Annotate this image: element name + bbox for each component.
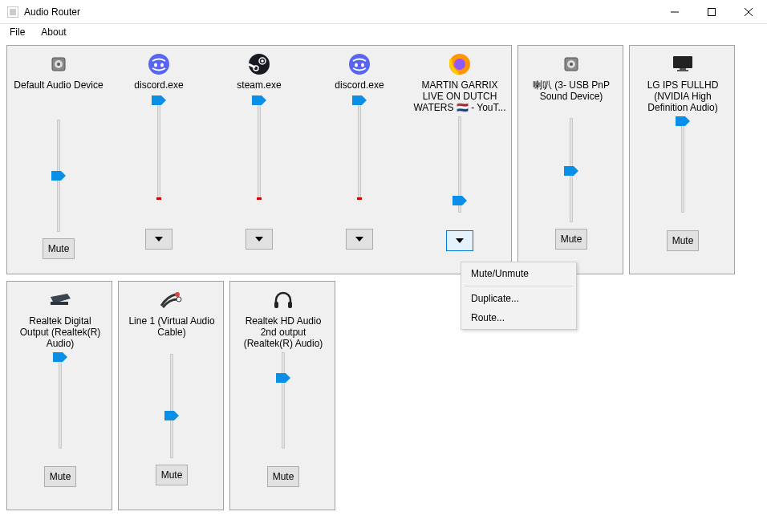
panel-apps: Default Audio Device Mute discord.exe xyxy=(6,45,512,274)
maximize-button[interactable] xyxy=(693,0,730,23)
mute-button[interactable]: Mute xyxy=(555,229,588,250)
app-steam: steam.exe xyxy=(209,51,309,250)
mute-button[interactable]: Mute xyxy=(43,238,75,259)
window-controls xyxy=(656,0,767,23)
app-label: MARTIN GARRIX LIVE ON DUTCH WATERS 🇳🇱 - … xyxy=(413,79,506,113)
app-label: discord.exe xyxy=(313,79,406,91)
device-lg-monitor: LG IPS FULLHD(NVIDIA HighDefinition Audi… xyxy=(633,51,733,251)
device-virtual-cable: Line 1 (Virtual AudioCable) Mute xyxy=(122,286,221,485)
menu-route[interactable]: Route... xyxy=(463,308,574,327)
svg-point-12 xyxy=(249,54,270,75)
headphones-icon xyxy=(233,286,333,314)
device-label: Line 1 (Virtual AudioCable) xyxy=(125,315,218,338)
svg-point-14 xyxy=(261,59,264,63)
route-dropdown[interactable] xyxy=(346,229,373,250)
svg-point-10 xyxy=(154,63,157,67)
app-firefox: MARTIN GARRIX LIVE ON DUTCH WATERS 🇳🇱 - … xyxy=(410,51,509,251)
device-usb-pnp: 喇叭 (3- USB PnPSound Device) Mute xyxy=(521,51,621,250)
route-dropdown[interactable] xyxy=(446,230,473,251)
device-label: LG IPS FULLHD(NVIDIA HighDefinition Audi… xyxy=(636,79,729,113)
app-label: steam.exe xyxy=(213,79,306,91)
panel-usb: 喇叭 (3- USB PnPSound Device) Mute xyxy=(517,45,623,274)
slider-thumb[interactable] xyxy=(452,196,467,205)
panel-realtek-digital: Realtek DigitalOutput (Realtek(R)Audio) … xyxy=(6,281,112,510)
mute-button[interactable]: Mute xyxy=(156,465,189,485)
svg-point-20 xyxy=(454,59,465,70)
panel-virtual-cable: Line 1 (Virtual AudioCable) Mute xyxy=(118,281,224,510)
peak-indicator xyxy=(257,197,262,200)
panel-realtek-2nd: Realtek HD Audio2nd output(Realtek(R) Au… xyxy=(229,281,335,510)
slider-thumb[interactable] xyxy=(564,166,578,176)
menu-file[interactable]: File xyxy=(5,25,30,39)
speaker-icon xyxy=(9,51,108,78)
slider-thumb[interactable] xyxy=(152,95,166,105)
menu-separator xyxy=(465,286,573,286)
slider-thumb[interactable] xyxy=(164,411,179,420)
svg-point-8 xyxy=(57,63,60,66)
svg-rect-3 xyxy=(708,8,716,15)
cable-icon xyxy=(122,286,221,314)
svg-point-28 xyxy=(175,292,180,297)
volume-slider[interactable] xyxy=(351,95,367,200)
mute-button[interactable]: Mute xyxy=(44,466,77,487)
device-realtek-digital: Realtek DigitalOutput (Realtek(R)Audio) … xyxy=(10,286,110,487)
slider-thumb[interactable] xyxy=(252,95,266,105)
close-button[interactable] xyxy=(730,0,767,23)
menu-about[interactable]: About xyxy=(36,25,71,39)
svg-point-29 xyxy=(177,297,181,302)
svg-rect-1 xyxy=(10,9,16,15)
titlebar: Audio Router xyxy=(0,0,767,24)
svg-point-16 xyxy=(349,54,370,75)
volume-slider[interactable] xyxy=(563,118,579,222)
volume-slider[interactable] xyxy=(51,120,67,232)
minimize-button[interactable] xyxy=(656,0,693,23)
window-title: Audio Router xyxy=(24,6,656,18)
volume-slider[interactable] xyxy=(452,116,468,213)
panel-lg: LG IPS FULLHD(NVIDIA HighDefinition Audi… xyxy=(629,45,735,274)
route-dropdown[interactable] xyxy=(246,229,273,250)
slider-thumb[interactable] xyxy=(676,116,690,126)
steam-icon xyxy=(209,51,309,78)
volume-slider[interactable] xyxy=(151,95,167,200)
discord-icon xyxy=(109,51,209,78)
slider-thumb[interactable] xyxy=(276,373,290,383)
workspace: Default Audio Device Mute discord.exe xyxy=(6,45,761,526)
device-realtek-2nd: Realtek HD Audio2nd output(Realtek(R) Au… xyxy=(233,286,333,487)
svg-rect-30 xyxy=(274,302,278,308)
slider-thumb[interactable] xyxy=(53,352,67,362)
context-menu: Mute/Unmute Duplicate... Route... xyxy=(461,262,577,330)
svg-rect-24 xyxy=(673,56,692,68)
menu-mute-unmute[interactable]: Mute/Unmute xyxy=(463,264,574,283)
volume-slider[interactable] xyxy=(275,352,291,449)
peak-indicator xyxy=(357,197,362,200)
speaker-icon xyxy=(521,51,621,78)
app-discord-2: discord.exe xyxy=(310,51,409,250)
svg-rect-31 xyxy=(288,302,292,308)
menu-duplicate[interactable]: Duplicate... xyxy=(463,289,574,308)
device-label: 喇叭 (3- USB PnPSound Device) xyxy=(525,79,618,102)
volume-slider[interactable] xyxy=(251,95,267,200)
svg-point-18 xyxy=(361,63,364,67)
svg-rect-27 xyxy=(51,302,68,305)
svg-point-17 xyxy=(355,63,358,67)
volume-slider[interactable] xyxy=(675,116,691,213)
firefox-icon xyxy=(410,51,509,78)
slider-thumb[interactable] xyxy=(51,171,66,181)
svg-point-23 xyxy=(570,63,573,66)
route-dropdown[interactable] xyxy=(145,229,172,250)
discord-icon xyxy=(310,51,409,78)
app-label: discord.exe xyxy=(112,79,205,91)
mute-button[interactable]: Mute xyxy=(267,466,300,487)
device-label: Default Audio Device xyxy=(12,79,105,91)
app-icon xyxy=(6,6,19,18)
svg-point-9 xyxy=(148,54,169,75)
svg-rect-26 xyxy=(677,70,688,71)
menubar: File About xyxy=(0,24,767,40)
mute-button[interactable]: Mute xyxy=(667,230,700,251)
volume-slider[interactable] xyxy=(52,352,68,449)
app-discord-1: discord.exe xyxy=(109,51,209,250)
slider-thumb[interactable] xyxy=(352,95,367,105)
svg-rect-25 xyxy=(680,68,686,70)
svg-point-11 xyxy=(160,63,164,67)
volume-slider[interactable] xyxy=(164,354,180,458)
